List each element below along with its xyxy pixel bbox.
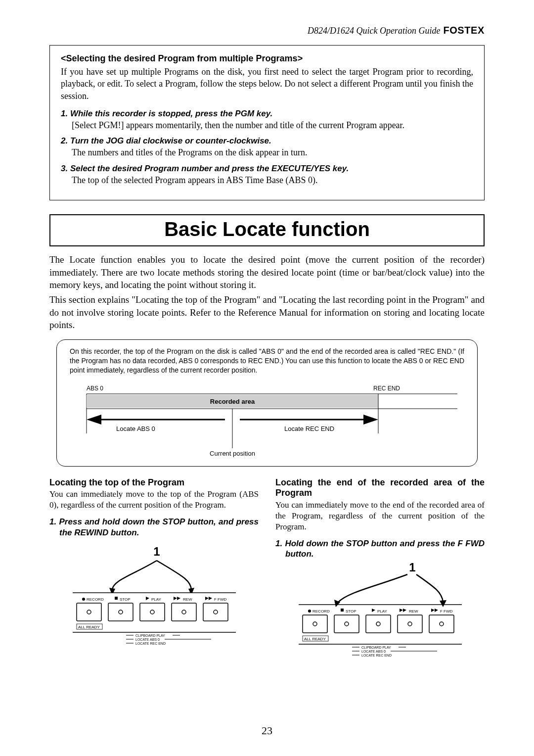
svg-rect-73 <box>429 615 454 633</box>
page-header: D824/D1624 Quick Operation Guide FOSTEX <box>49 25 485 36</box>
svg-text:CLIPBOARD PLAY: CLIPBOARD PLAY <box>361 646 391 649</box>
svg-text:LOCATE REC END: LOCATE REC END <box>361 654 392 657</box>
svg-text:STOP: STOP <box>346 609 356 614</box>
section-title-box: Basic Locate function <box>49 214 485 246</box>
right-col-step: 1. Hold down the STOP button and press t… <box>275 538 485 560</box>
svg-rect-32 <box>172 603 196 621</box>
step-body: The numbers and titles of the Programs o… <box>72 147 473 158</box>
right-col-para: You can immediately move to the end of t… <box>275 500 485 532</box>
right-col-title: Locating the end of the recorded area of… <box>275 477 485 499</box>
step-head: 2. Turn the JOG dial clockwise or counte… <box>61 136 473 146</box>
svg-rect-19 <box>77 603 101 621</box>
svg-rect-57 <box>341 609 344 612</box>
label-locate-recend: Locate REC END <box>284 425 334 432</box>
svg-point-17 <box>82 598 85 601</box>
callout-number: 1 <box>409 563 415 574</box>
svg-marker-66 <box>400 609 403 612</box>
brand-logo: FOSTEX <box>443 25 485 36</box>
label-abs0: ABS 0 <box>87 385 103 392</box>
page-number: 23 <box>0 724 534 737</box>
locate-diagram: ABS 0 REC END Recorded area Locate ABS 0… <box>77 384 457 458</box>
intro-para: This section explains "Locating the top … <box>49 293 485 331</box>
label-locate-abs0: Locate ABS 0 <box>116 425 155 432</box>
svg-text:ALL READY: ALL READY <box>78 625 100 629</box>
svg-rect-21 <box>115 597 118 600</box>
svg-marker-71 <box>435 609 438 612</box>
transport-panel-right: 1 RECORD STOP <box>289 563 472 657</box>
label-recend: REC END <box>373 385 400 392</box>
header-text: D824/D1624 Quick Operation Guide <box>308 26 440 36</box>
left-col-para: You can immediately move to the top of t… <box>49 489 259 511</box>
svg-text:RECORD: RECORD <box>87 597 104 602</box>
svg-rect-68 <box>398 615 422 633</box>
svg-text:STOP: STOP <box>120 597 131 602</box>
svg-marker-61 <box>372 609 375 612</box>
diagram-note: On this recorder, the top of the Program… <box>70 347 464 375</box>
left-column: Locating the top of the Program You can … <box>49 477 259 659</box>
step-head: 3. Select the desired Program number and… <box>61 164 473 174</box>
transport-panel-left: 1 RECORD STOP <box>63 541 246 645</box>
left-col-title: Locating the top of the Program <box>49 477 259 488</box>
label-current-position: Current position <box>210 450 255 457</box>
program-select-box: <Selecting the desired Program from mult… <box>49 45 485 200</box>
callout-number: 1 <box>153 545 160 558</box>
step-body: [Select PGM!] appears momentarily, then … <box>72 120 473 131</box>
svg-rect-63 <box>366 615 391 633</box>
svg-marker-11 <box>363 415 378 425</box>
svg-rect-27 <box>140 603 165 621</box>
svg-text:CLIPBOARD PLAY: CLIPBOARD PLAY <box>135 634 165 637</box>
label-recorded-area: Recorded area <box>210 398 255 405</box>
svg-text:PLAY: PLAY <box>377 609 388 614</box>
svg-text:LOCATE REC END: LOCATE REC END <box>135 642 166 645</box>
columns: Locating the top of the Program You can … <box>49 477 485 659</box>
right-column: Locating the end of the recorded area of… <box>275 477 485 659</box>
step-body: The top of the selected Program appears … <box>72 175 473 186</box>
svg-rect-55 <box>303 615 327 633</box>
step-head: 1. While this recorder is stopped, press… <box>61 109 473 119</box>
left-col-step: 1. Press and hold down the STOP button, … <box>49 517 259 538</box>
intro-para: The Locate function enables you to locat… <box>49 253 485 291</box>
svg-marker-9 <box>87 415 101 425</box>
svg-rect-23 <box>108 603 133 621</box>
svg-text:REW: REW <box>409 609 418 614</box>
svg-rect-59 <box>334 615 359 633</box>
svg-marker-70 <box>431 609 435 612</box>
diagram-box: On this recorder, the top of the Program… <box>56 339 478 467</box>
svg-text:F FWD: F FWD <box>440 609 453 614</box>
svg-marker-65 <box>403 609 406 612</box>
section-title: Basic Locate function <box>50 218 484 240</box>
svg-text:LOCATE ABS 0: LOCATE ABS 0 <box>135 638 160 641</box>
svg-text:REW: REW <box>183 597 192 602</box>
svg-text:LOCATE ABS 0: LOCATE ABS 0 <box>361 650 386 653</box>
svg-text:RECORD: RECORD <box>312 609 330 614</box>
program-box-intro: If you have set up multiple Programs on … <box>61 66 473 102</box>
svg-rect-37 <box>203 603 228 621</box>
program-box-title: <Selecting the desired Program from mult… <box>61 53 473 64</box>
svg-text:F FWD: F FWD <box>214 597 227 602</box>
svg-text:PLAY: PLAY <box>151 597 162 602</box>
svg-text:ALL READY: ALL READY <box>304 637 326 641</box>
svg-marker-50 <box>440 600 446 607</box>
svg-point-53 <box>308 610 311 613</box>
